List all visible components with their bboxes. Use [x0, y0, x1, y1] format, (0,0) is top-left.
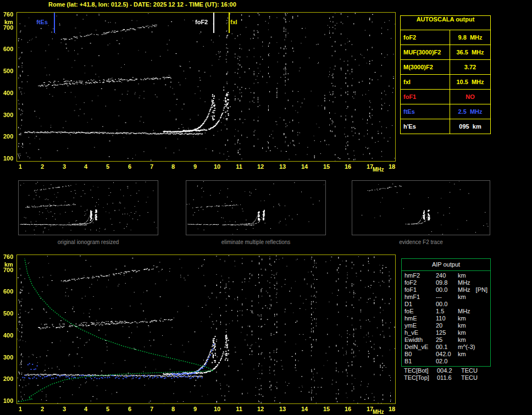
x-tick-label: 3 [59, 163, 70, 170]
aip-value: 110 [436, 315, 458, 322]
autoscala-param: ftEs [401, 104, 450, 119]
x-axis-unit-label: MHz [373, 409, 384, 415]
autoscala-param: M(3000)F2 [401, 60, 450, 74]
autoscala-row: ftEs2.5 MHz [401, 104, 490, 119]
x-tick-label: 5 [102, 163, 113, 170]
thumbnail-multiple-reflections-removed [186, 180, 326, 235]
aip-param: D1 [404, 301, 436, 308]
x-tick-label: 14 [299, 163, 310, 170]
y-tick-label: 100 [3, 397, 13, 404]
autoscala-table-title: AUTOSCALA output [401, 16, 490, 30]
x-tick-label: 9 [190, 163, 201, 170]
autoscala-table-rows: foF29.8 MHzMUF(3000)F236.5 MHzM(3000)F23… [401, 30, 490, 134]
x-tick-label: 11 [234, 163, 245, 170]
autoscala-param: h'Es [401, 119, 450, 134]
aip-param: Ewidth [404, 336, 436, 344]
y-tick-label: 200 [3, 375, 13, 382]
autoscala-output-table: AUTOSCALA output foF29.8 MHzMUF(3000)F23… [400, 15, 491, 134]
aip-value: 042.0 [436, 351, 458, 358]
x-tick-label: 13 [277, 163, 288, 170]
tec-value: 011.6 [437, 374, 461, 381]
aip-row: foF209.8MHz [402, 279, 490, 286]
aip-value: --- [436, 294, 458, 301]
autoscala-value: 095 km [450, 119, 490, 134]
x-tick-label: 14 [299, 406, 310, 412]
x-tick-label: 12 [255, 163, 266, 170]
aip-row: hmF1---km [402, 294, 490, 301]
aip-row: Ewidth25km [402, 336, 490, 344]
y-axis-unit-label: km [4, 19, 13, 25]
aip-row: B102.0 [402, 358, 490, 365]
aip-unit: km [458, 322, 466, 329]
aip-value: 240 [436, 272, 458, 279]
autoscala-row: foF1NO [401, 90, 490, 104]
top-ionogram-canvas [16, 12, 396, 162]
y-tick-label: 300 [3, 112, 13, 118]
thumbnail-f2-trace-evidence [352, 180, 490, 235]
aip-unit: km [458, 336, 466, 344]
tec-param: TEC[Top] [404, 374, 437, 381]
y-tick-label: 760 [3, 11, 13, 18]
aip-unit: m^(-3) [458, 344, 475, 351]
aip-value: 1.5 [436, 308, 458, 315]
x-tick-label: 7 [146, 163, 157, 170]
aip-param: DelN_vE [404, 344, 436, 351]
tec-unit: TECU [461, 374, 478, 381]
autoscala-param: foF2 [401, 30, 450, 45]
aip-row: h_vE125km [402, 329, 490, 336]
aip-value: 00.1 [436, 344, 458, 351]
x-tick-label: 18 [386, 406, 397, 412]
aip-param: hmE [404, 315, 436, 322]
aip-unit: MHz [458, 286, 470, 294]
autoscala-value: 9.8 MHz [450, 30, 490, 45]
aip-value: 09.8 [436, 279, 458, 286]
aip-value: 125 [436, 329, 458, 336]
aip-row: DelN_vE00.1m^(-3) [402, 344, 490, 351]
x-tick-label: 10 [212, 163, 223, 170]
thumbnail-caption-evidence: evidence F2 trace [352, 239, 490, 245]
autoscala-value: 36.5 MHz [450, 45, 490, 59]
tec-rows: TEC[Bot]004.2TECUTEC[Top]011.6TECU [404, 367, 489, 381]
aip-table-rows: hmF2240kmfoF209.8MHzfoF100.0MHz[PN]hmF1-… [402, 271, 490, 366]
y-tick-label: 500 [3, 310, 13, 317]
aip-row: hmF2240km [402, 272, 490, 279]
aip-value: 25 [436, 336, 458, 344]
autoscala-value: 10.5 MHz [450, 75, 490, 89]
aip-unit: km [458, 351, 466, 358]
fxi-marker-label: fxI [230, 19, 237, 25]
page-title: Rome (lat: +41.8, lon: 012.5) - DATE: 20… [48, 1, 236, 8]
thumbnail-original-ionogram [18, 180, 158, 235]
aip-unit: km [458, 315, 466, 322]
y-tick-label: 600 [3, 288, 13, 295]
aip-unit: km [458, 272, 466, 279]
x-tick-label: 16 [342, 406, 353, 412]
fof2-marker-label: foF2 [195, 19, 208, 25]
x-tick-label: 11 [234, 406, 245, 412]
aip-param: h_vE [404, 329, 436, 336]
x-tick-label: 1 [15, 406, 26, 412]
autoscala-param: MUF(3000)F2 [401, 45, 450, 59]
y-tick-label: 200 [3, 133, 13, 140]
autoscala-param: foF1 [401, 90, 450, 104]
tec-unit: TECU [461, 367, 478, 374]
aip-value: 00.0 [436, 286, 458, 294]
aip-value: 02.0 [436, 358, 458, 365]
aip-param: B0 [404, 351, 436, 358]
x-tick-label: 9 [190, 406, 201, 412]
y-tick-label: 600 [3, 46, 13, 52]
x-tick-label: 2 [37, 406, 48, 412]
y-tick-label: 400 [3, 90, 13, 96]
aip-unit: MHz [458, 279, 470, 286]
x-tick-label: 18 [386, 163, 397, 170]
x-tick-label: 1 [15, 163, 26, 170]
aip-row: hmE110km [402, 315, 490, 322]
x-tick-label: 15 [321, 163, 332, 170]
ftes-marker-label: ftEs [36, 19, 48, 25]
x-tick-label: 8 [168, 163, 179, 170]
aip-row: D100.0 [402, 301, 490, 308]
autoscala-row: fxI10.5 MHz [401, 75, 490, 90]
x-tick-label: 10 [212, 406, 223, 412]
aip-row: foE1.5MHz [402, 308, 490, 315]
x-tick-label: 15 [321, 406, 332, 412]
x-tick-label: 2 [37, 163, 48, 170]
